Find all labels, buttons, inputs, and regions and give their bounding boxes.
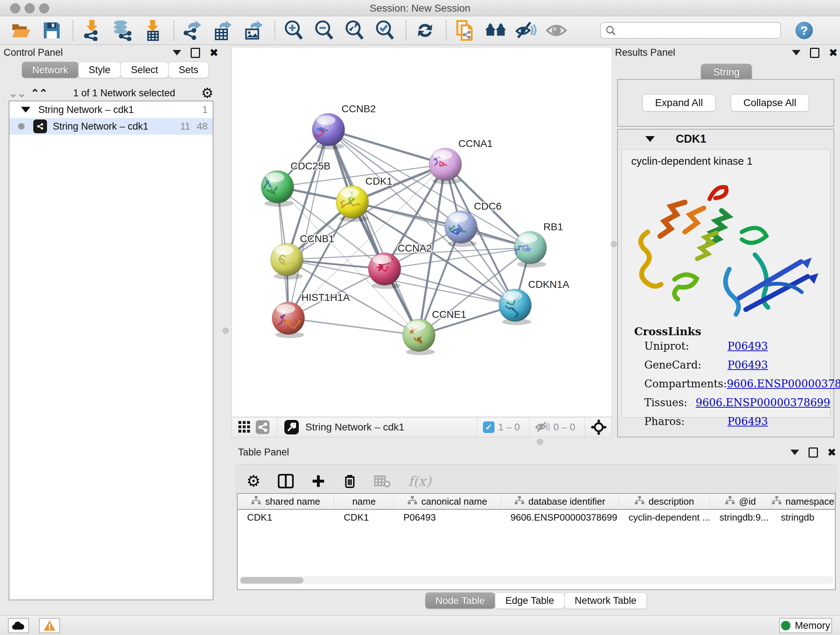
zoom-fit-icon[interactable] — [343, 19, 366, 41]
refresh-icon[interactable] — [414, 19, 436, 41]
selected-checkbox-icon[interactable]: ✓ — [483, 421, 494, 433]
crosslink-link[interactable]: P06493 — [728, 415, 768, 428]
table-options-gear-icon[interactable]: ⚙ — [246, 473, 261, 489]
delete-table-icon[interactable] — [374, 475, 391, 488]
float-panel-icon[interactable] — [808, 448, 818, 458]
tab-select[interactable]: Select — [120, 62, 169, 78]
expander-icon[interactable] — [21, 107, 30, 112]
scrollbar-thumb[interactable] — [240, 577, 303, 584]
memory-button[interactable]: Memory — [779, 618, 832, 633]
crosslink-link[interactable]: 9606.ENSP00000378699 — [696, 396, 830, 409]
main-toolbar: ? — [0, 16, 840, 45]
expand-all-icon[interactable]: ⌃⌃ — [30, 87, 47, 100]
crosslink-link[interactable]: 9606.ENSP00000378699 — [727, 378, 840, 390]
zoom-in-icon[interactable] — [283, 19, 305, 41]
delete-column-trash-icon[interactable] — [343, 473, 357, 489]
expander-icon[interactable] — [645, 136, 655, 142]
collapse-all-icon[interactable]: ⌄⌄ — [9, 87, 25, 100]
network-node-cdc6[interactable]: CDC6 — [445, 201, 501, 247]
gear-icon[interactable]: ⚙ — [201, 86, 213, 100]
hidden-eye-icon[interactable] — [535, 421, 550, 433]
close-panel-icon[interactable]: ✖ — [827, 447, 836, 458]
network-node-cdc25b[interactable]: CDC25B — [261, 160, 330, 207]
panel-menu-icon[interactable] — [792, 50, 801, 55]
first-neighbors-icon[interactable] — [485, 19, 507, 41]
network-node-hist1h1a[interactable]: HIST1H1A — [272, 292, 350, 338]
network-edge[interactable] — [328, 130, 445, 165]
network-node-rb1[interactable]: RB1 — [513, 221, 563, 268]
copy-network-icon[interactable] — [454, 19, 477, 41]
export-table-icon[interactable] — [212, 19, 234, 41]
function-builder-icon[interactable]: f(x) — [408, 473, 431, 489]
network-canvas[interactable]: CCNB2CCNA1CDC25BCDK1CDC6RB1CCNB1CCNA2CDK… — [232, 47, 612, 417]
search-input[interactable] — [616, 25, 773, 36]
expand-all-button[interactable]: Expand All — [643, 94, 715, 111]
add-column-icon[interactable] — [311, 474, 325, 488]
node-table[interactable]: shared namenamecanonical namedatabase id… — [237, 493, 836, 590]
network-collection-row[interactable]: String Network – cdk1 1 — [9, 101, 213, 118]
gene-description: cyclin-dependent kinase 1 — [631, 155, 830, 167]
string-network-graph[interactable]: CCNB2CCNA1CDC25BCDK1CDC6RB1CCNB1CCNA2CDK… — [232, 48, 612, 417]
show-all-eye-icon[interactable] — [545, 19, 568, 41]
help-button[interactable]: ? — [796, 22, 813, 39]
zoom-out-icon[interactable] — [313, 19, 335, 41]
column-header-database-identifier[interactable]: database identifier — [501, 494, 619, 509]
collapse-all-button[interactable]: Collapse All — [731, 94, 809, 111]
column-header-name[interactable]: name — [334, 494, 394, 509]
panel-splitter-handle[interactable] — [537, 439, 543, 445]
panel-menu-icon[interactable] — [790, 450, 799, 455]
show-grid-icon[interactable] — [236, 416, 253, 438]
network-node-ccnb2[interactable]: CCNB2 — [312, 103, 376, 149]
float-panel-icon[interactable] — [191, 48, 200, 58]
tab-node-table[interactable]: Node Table — [425, 592, 495, 609]
birdseye-view-icon[interactable] — [283, 416, 300, 438]
column-header-canonical-name[interactable]: canonical name — [394, 494, 501, 509]
toolbar-separator — [277, 417, 277, 437]
network-node-cdk1[interactable]: CDK1 — [336, 176, 393, 222]
crosslink-link[interactable]: P06493 — [728, 359, 768, 371]
show-columns-icon[interactable] — [278, 474, 294, 488]
tab-string[interactable]: String — [701, 64, 752, 80]
column-header-namespace[interactable]: namespace — [771, 494, 835, 509]
crosslink-link[interactable]: P06493 — [728, 340, 768, 352]
column-header-shared-name[interactable]: shared name — [238, 494, 334, 509]
hide-selected-eye-icon[interactable] — [515, 19, 537, 41]
network-node-ccnb1[interactable]: CCNB1 — [271, 233, 334, 279]
close-panel-icon[interactable]: ✖ — [210, 48, 218, 58]
panel-splitter-handle[interactable] — [223, 328, 229, 334]
zoom-selected-icon[interactable] — [374, 19, 396, 41]
network-node-ccna1[interactable]: CCNA1 — [429, 138, 493, 184]
panel-menu-icon[interactable] — [172, 50, 181, 55]
column-header--id[interactable]: @id — [710, 494, 772, 509]
table-body: CDK1CDK1P064939606.ENSP00000378699cyclin… — [238, 510, 835, 525]
open-session-icon[interactable] — [10, 19, 33, 41]
tab-edge-table[interactable]: Edge Table — [495, 592, 565, 609]
network-node-ccne1[interactable]: CCNE1 — [403, 309, 466, 355]
tab-network[interactable]: Network — [22, 62, 79, 78]
network-edge[interactable] — [288, 130, 328, 318]
tab-style[interactable]: Style — [78, 62, 121, 78]
table-row[interactable]: CDK1CDK1P064939606.ENSP00000378699cyclin… — [238, 510, 835, 525]
network-share-icon[interactable] — [254, 416, 271, 438]
save-session-icon[interactable] — [41, 19, 63, 41]
float-panel-icon[interactable] — [810, 48, 819, 58]
import-network-database-icon[interactable] — [111, 19, 134, 41]
import-network-file-icon[interactable] — [81, 19, 103, 41]
network-node-cdkn1a[interactable]: CDKN1A — [499, 279, 569, 325]
column-header-description[interactable]: description — [619, 494, 710, 509]
horizontal-scrollbar[interactable] — [239, 576, 834, 584]
import-table-icon[interactable] — [141, 19, 164, 41]
tab-network-table[interactable]: Network Table — [564, 592, 647, 609]
search-field[interactable] — [600, 22, 781, 39]
export-network-icon[interactable] — [182, 19, 204, 41]
close-panel-icon[interactable]: ✖ — [829, 48, 838, 58]
tab-sets[interactable]: Sets — [168, 62, 209, 78]
network-edge[interactable] — [288, 318, 419, 335]
pan-crosshair-icon[interactable] — [591, 419, 607, 435]
cloud-button[interactable] — [8, 618, 29, 633]
gene-section-header[interactable]: CDK1 — [618, 130, 834, 149]
network-edge[interactable] — [352, 202, 531, 248]
warnings-button[interactable] — [39, 618, 60, 633]
export-image-icon[interactable] — [242, 19, 265, 41]
network-row[interactable]: String Network – cdk1 11 48 — [9, 118, 213, 135]
